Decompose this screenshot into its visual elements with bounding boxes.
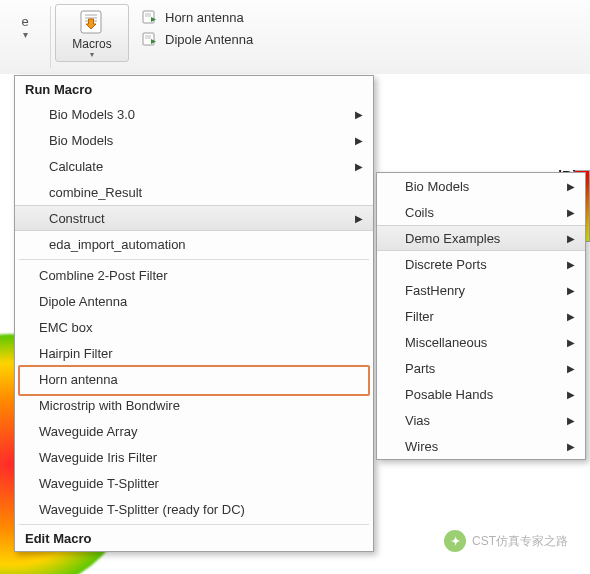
menu-item[interactable]: Dipole Antenna (15, 288, 373, 314)
menu-item-label: Construct (49, 211, 105, 226)
menu-item-label: Waveguide Iris Filter (39, 450, 157, 465)
macros-label: Macros (72, 37, 111, 51)
menu-header-run-macro: Run Macro (15, 76, 373, 101)
submenu-arrow-icon: ▶ (567, 181, 575, 192)
menu-item-label: Demo Examples (405, 231, 500, 246)
menu-item[interactable]: Bio Models▶ (15, 127, 373, 153)
menu-item[interactable]: Bio Models 3.0▶ (15, 101, 373, 127)
quick-item-dipole-antenna[interactable]: Dipole Antenna (135, 28, 259, 50)
quick-item-label: Horn antenna (165, 10, 244, 25)
submenu-arrow-icon: ▶ (567, 259, 575, 270)
submenu-arrow-icon: ▶ (567, 311, 575, 322)
menu-item-label: Dipole Antenna (39, 294, 127, 309)
menu-item-label: Posable Hands (405, 387, 493, 402)
menu-item-label: eda_import_automation (49, 237, 186, 252)
submenu-arrow-icon: ▶ (355, 135, 363, 146)
menu-item[interactable]: Filter▶ (377, 303, 585, 329)
submenu-arrow-icon: ▶ (567, 285, 575, 296)
menu-item[interactable]: Bio Models▶ (377, 173, 585, 199)
menu-item-label: Horn antenna (39, 372, 118, 387)
menu-item[interactable]: Waveguide Iris Filter (15, 444, 373, 470)
menu-separator (19, 524, 369, 525)
ribbon-prev-label: e (21, 14, 28, 29)
menu-item-label: Waveguide T-Splitter (ready for DC) (39, 502, 245, 517)
menu-item[interactable]: Coils▶ (377, 199, 585, 225)
menu-header-edit-macro: Edit Macro (15, 527, 373, 551)
menu-separator (19, 259, 369, 260)
menu-item[interactable]: Vias▶ (377, 407, 585, 433)
macros-dropdown-button[interactable]: Macros ▾ (55, 4, 129, 62)
menu-item-label: Bio Models 3.0 (49, 107, 135, 122)
menu-item[interactable]: Posable Hands▶ (377, 381, 585, 407)
menu-item-label: Filter (405, 309, 434, 324)
menu-item[interactable]: Miscellaneous▶ (377, 329, 585, 355)
submenu-arrow-icon: ▶ (355, 161, 363, 172)
menu-item[interactable]: Horn antenna (15, 366, 373, 392)
menu-item-label: Calculate (49, 159, 103, 174)
menu-item-label: FastHenry (405, 283, 465, 298)
watermark: ✦ CST仿真专家之路 (444, 530, 568, 552)
menu-item[interactable]: Waveguide T-Splitter (15, 470, 373, 496)
quick-macro-list: Horn antenna Dipole Antenna (135, 4, 259, 50)
menu-item[interactable]: Microstrip with Bondwire (15, 392, 373, 418)
ribbon-toolbar: e ▾ Macros ▾ Horn antenna Dip (0, 0, 590, 75)
menu-item[interactable]: eda_import_automation (15, 231, 373, 257)
menu-item-label: Coils (405, 205, 434, 220)
menu-item[interactable]: Discrete Ports▶ (377, 251, 585, 277)
menu-item-label: Wires (405, 439, 438, 454)
menu-item[interactable]: Calculate▶ (15, 153, 373, 179)
menu-item-label: Parts (405, 361, 435, 376)
submenu-arrow-icon: ▶ (567, 207, 575, 218)
menu-item[interactable]: EMC box (15, 314, 373, 340)
submenu-arrow-icon: ▶ (567, 337, 575, 348)
menu-item-label: Microstrip with Bondwire (39, 398, 180, 413)
menu-item[interactable]: Parts▶ (377, 355, 585, 381)
submenu-arrow-icon: ▶ (567, 233, 575, 244)
quick-item-horn-antenna[interactable]: Horn antenna (135, 6, 259, 28)
watermark-text: CST仿真专家之路 (472, 533, 568, 550)
macros-icon (76, 8, 108, 36)
submenu-arrow-icon: ▶ (567, 415, 575, 426)
menu-item-label: Miscellaneous (405, 335, 487, 350)
macros-dropdown-menu: Run Macro Bio Models 3.0▶Bio Models▶Calc… (14, 75, 374, 552)
menu-item[interactable]: Combline 2-Post Filter (15, 262, 373, 288)
menu-item-label: EMC box (39, 320, 92, 335)
ribbon-prev-group[interactable]: e ▾ (4, 4, 46, 40)
script-run-icon (141, 9, 159, 25)
submenu-arrow-icon: ▶ (567, 441, 575, 452)
menu-item[interactable]: Construct▶ (15, 205, 373, 231)
menu-item-label: Vias (405, 413, 430, 428)
construct-submenu: Bio Models▶Coils▶Demo Examples▶Discrete … (376, 172, 586, 460)
menu-item-label: Bio Models (405, 179, 469, 194)
menu-item[interactable]: combine_Result (15, 179, 373, 205)
chevron-down-icon: ▾ (90, 50, 94, 59)
menu-item[interactable]: Wires▶ (377, 433, 585, 459)
menu-item[interactable]: Waveguide T-Splitter (ready for DC) (15, 496, 373, 522)
submenu-arrow-icon: ▶ (567, 389, 575, 400)
wechat-icon: ✦ (444, 530, 466, 552)
menu-item-label: Discrete Ports (405, 257, 487, 272)
menu-item[interactable]: Hairpin Filter (15, 340, 373, 366)
submenu-arrow-icon: ▶ (567, 363, 575, 374)
submenu-arrow-icon: ▶ (355, 109, 363, 120)
submenu-arrow-icon: ▶ (355, 213, 363, 224)
menu-item-label: Waveguide Array (39, 424, 138, 439)
quick-item-label: Dipole Antenna (165, 32, 253, 47)
menu-item-label: combine_Result (49, 185, 142, 200)
script-run-icon (141, 31, 159, 47)
chevron-down-icon: ▾ (23, 29, 28, 40)
menu-item-label: Hairpin Filter (39, 346, 113, 361)
menu-item-label: Waveguide T-Splitter (39, 476, 159, 491)
menu-item-label: Combline 2-Post Filter (39, 268, 168, 283)
menu-item-label: Bio Models (49, 133, 113, 148)
menu-item[interactable]: Demo Examples▶ (377, 225, 585, 251)
menu-item[interactable]: Waveguide Array (15, 418, 373, 444)
menu-item[interactable]: FastHenry▶ (377, 277, 585, 303)
ribbon-separator (50, 6, 51, 68)
